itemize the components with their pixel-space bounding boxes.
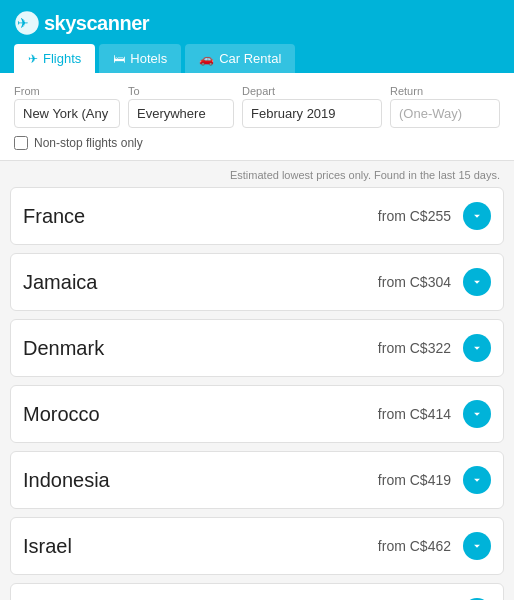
tabs-container: ✈ Flights 🛏 Hotels 🚗 Car Rental bbox=[14, 44, 500, 73]
tab-flights-label: Flights bbox=[43, 51, 81, 66]
destination-price: from C$304 bbox=[378, 274, 451, 290]
destination-card[interactable]: Indonesiafrom C$419 bbox=[10, 451, 504, 509]
tab-car-rental-label: Car Rental bbox=[219, 51, 281, 66]
logo: ✈ skyscanner bbox=[14, 10, 500, 36]
expand-button[interactable] bbox=[463, 268, 491, 296]
car-icon: 🚗 bbox=[199, 52, 214, 66]
destination-name: Denmark bbox=[23, 337, 378, 360]
return-input[interactable]: (One-Way) bbox=[390, 99, 500, 128]
destination-price: from C$419 bbox=[378, 472, 451, 488]
expand-button[interactable] bbox=[463, 466, 491, 494]
from-input[interactable]: New York (Any bbox=[14, 99, 120, 128]
chevron-down-icon bbox=[470, 275, 484, 289]
return-label: Return bbox=[390, 85, 500, 97]
chevron-down-icon bbox=[470, 539, 484, 553]
return-group: Return (One-Way) bbox=[390, 85, 500, 128]
destination-name: Israel bbox=[23, 535, 378, 558]
expand-button[interactable] bbox=[463, 400, 491, 428]
destinations-list: Francefrom C$255Jamaicafrom C$304Denmark… bbox=[10, 187, 504, 600]
destination-price: from C$414 bbox=[378, 406, 451, 422]
nonstop-label[interactable]: Non-stop flights only bbox=[34, 136, 143, 150]
destination-price: from C$462 bbox=[378, 538, 451, 554]
destination-card[interactable]: Moroccofrom C$414 bbox=[10, 385, 504, 443]
results-note: Estimated lowest prices only. Found in t… bbox=[10, 161, 504, 187]
destination-name: Indonesia bbox=[23, 469, 378, 492]
hotels-icon: 🛏 bbox=[113, 52, 125, 66]
destination-price: from C$255 bbox=[378, 208, 451, 224]
destination-card[interactable]: Jamaicafrom C$304 bbox=[10, 253, 504, 311]
logo-text: skyscanner bbox=[44, 12, 149, 35]
destination-card[interactable]: Francefrom C$255 bbox=[10, 187, 504, 245]
destination-price: from C$322 bbox=[378, 340, 451, 356]
depart-label: Depart bbox=[242, 85, 382, 97]
destination-card[interactable]: Israelfrom C$462 bbox=[10, 517, 504, 575]
tab-hotels-label: Hotels bbox=[130, 51, 167, 66]
flights-icon: ✈ bbox=[28, 52, 38, 66]
to-group: To Everywhere bbox=[128, 85, 234, 128]
results-area: Estimated lowest prices only. Found in t… bbox=[0, 161, 514, 600]
expand-button[interactable] bbox=[463, 334, 491, 362]
skyscanner-logo-icon: ✈ bbox=[14, 10, 40, 36]
destination-card[interactable]: Norwayfrom C$471 bbox=[10, 583, 504, 600]
expand-button[interactable] bbox=[463, 532, 491, 560]
to-label: To bbox=[128, 85, 234, 97]
tab-hotels[interactable]: 🛏 Hotels bbox=[99, 44, 181, 73]
from-group: From New York (Any bbox=[14, 85, 120, 128]
tab-flights[interactable]: ✈ Flights bbox=[14, 44, 95, 73]
search-form: From New York (Any To Everywhere Depart … bbox=[0, 73, 514, 161]
depart-group: Depart February 2019 bbox=[242, 85, 382, 128]
search-row-1: From New York (Any To Everywhere Depart … bbox=[14, 85, 500, 128]
nonstop-row: Non-stop flights only bbox=[14, 136, 500, 150]
from-label: From bbox=[14, 85, 120, 97]
destination-name: France bbox=[23, 205, 378, 228]
destination-name: Morocco bbox=[23, 403, 378, 426]
depart-input[interactable]: February 2019 bbox=[242, 99, 382, 128]
destination-name: Jamaica bbox=[23, 271, 378, 294]
chevron-down-icon bbox=[470, 407, 484, 421]
expand-button[interactable] bbox=[463, 202, 491, 230]
destination-card[interactable]: Denmarkfrom C$322 bbox=[10, 319, 504, 377]
tab-car-rental[interactable]: 🚗 Car Rental bbox=[185, 44, 295, 73]
chevron-down-icon bbox=[470, 341, 484, 355]
header: ✈ skyscanner ✈ Flights 🛏 Hotels 🚗 Car Re… bbox=[0, 0, 514, 73]
chevron-down-icon bbox=[470, 473, 484, 487]
nonstop-checkbox[interactable] bbox=[14, 136, 28, 150]
chevron-down-icon bbox=[470, 209, 484, 223]
svg-text:✈: ✈ bbox=[17, 15, 29, 31]
to-input[interactable]: Everywhere bbox=[128, 99, 234, 128]
